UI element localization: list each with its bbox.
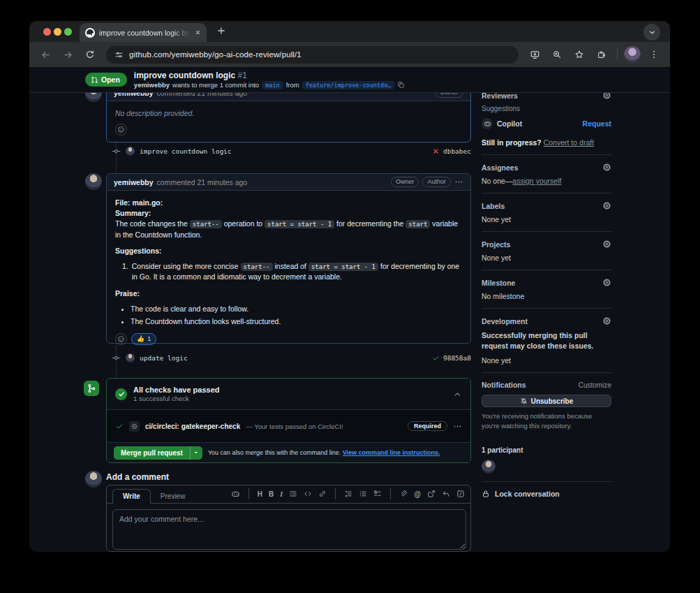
gear-icon[interactable] bbox=[602, 163, 611, 172]
request-review-link[interactable]: Request bbox=[583, 119, 611, 128]
gear-icon[interactable] bbox=[602, 240, 611, 249]
check-name[interactable]: ci/circleci: gatekeeper-check bbox=[145, 423, 240, 430]
task-list-icon[interactable] bbox=[373, 490, 382, 498]
bookmark-star-icon[interactable] bbox=[570, 45, 588, 64]
tab-search-button[interactable] bbox=[643, 24, 660, 41]
browser-profile-avatar[interactable] bbox=[624, 46, 641, 63]
bold-icon[interactable]: B bbox=[269, 490, 274, 498]
lock-conversation-button[interactable]: Lock conversation bbox=[482, 490, 611, 498]
tab-close-icon[interactable] bbox=[195, 29, 201, 36]
summary-text: The code changes the start-- operation t… bbox=[115, 219, 462, 240]
pr-state-badge: Open bbox=[85, 73, 127, 87]
avatar[interactable] bbox=[126, 353, 135, 363]
browser-menu-icon[interactable] bbox=[645, 45, 663, 64]
avatar[interactable] bbox=[126, 147, 135, 156]
forward-button[interactable] bbox=[59, 45, 77, 64]
minimize-window-button[interactable] bbox=[54, 28, 61, 36]
gear-icon[interactable] bbox=[602, 316, 611, 325]
assignees-label: Assignees bbox=[482, 163, 519, 172]
participants-label: 1 participant bbox=[482, 446, 611, 454]
customize-link[interactable]: Customize bbox=[579, 381, 611, 389]
base-branch-label[interactable]: main bbox=[262, 81, 283, 89]
review-comment: yemiwebby commented 21 minutes ago Owner… bbox=[106, 173, 471, 344]
checks-summary[interactable]: All checks have passed 1 successful chec… bbox=[107, 379, 470, 409]
site-info-icon[interactable] bbox=[114, 50, 124, 59]
tab-preview[interactable]: Preview bbox=[151, 490, 195, 503]
check-failed-icon[interactable] bbox=[432, 147, 440, 155]
comment-input[interactable] bbox=[112, 509, 466, 550]
avatar[interactable] bbox=[85, 471, 102, 488]
copilot-icon bbox=[482, 118, 493, 129]
development-label: Development bbox=[482, 317, 528, 325]
add-reaction-button[interactable] bbox=[115, 124, 127, 136]
toolbar-divider bbox=[617, 49, 618, 60]
commit-icon bbox=[112, 147, 121, 156]
mention-icon[interactable]: @ bbox=[414, 490, 421, 498]
unordered-list-icon[interactable] bbox=[359, 490, 367, 498]
commit-sha[interactable]: 98858a8 bbox=[432, 354, 471, 362]
avatar[interactable] bbox=[85, 173, 102, 190]
comment-author[interactable]: yemiwebby bbox=[114, 178, 154, 186]
italic-icon[interactable]: I bbox=[280, 490, 283, 498]
ordered-list-icon[interactable] bbox=[344, 490, 352, 498]
cli-instructions-link[interactable]: View command line instructions. bbox=[343, 449, 440, 456]
merge-options-dropdown[interactable] bbox=[190, 446, 202, 460]
gear-icon[interactable] bbox=[602, 278, 611, 287]
check-menu-icon[interactable] bbox=[453, 422, 462, 431]
quote-icon[interactable] bbox=[289, 490, 297, 498]
merge-pull-request-button[interactable]: Merge pull request bbox=[114, 446, 190, 460]
link-icon[interactable] bbox=[318, 490, 327, 498]
commit-icon bbox=[112, 353, 121, 363]
sidebar-divider bbox=[482, 193, 611, 193]
code-icon[interactable] bbox=[304, 490, 312, 498]
merge-box: All checks have passed 1 successful chec… bbox=[106, 378, 471, 463]
owner-badge: Owner bbox=[391, 177, 419, 187]
thumbs-up-reaction[interactable]: 👍 1 bbox=[131, 333, 156, 345]
copilot-icon[interactable] bbox=[231, 490, 240, 499]
saved-replies-icon[interactable] bbox=[442, 490, 450, 498]
attachment-icon[interactable] bbox=[399, 490, 408, 498]
comment-menu-icon[interactable] bbox=[454, 177, 463, 187]
commit-row: improve countdown logic dbbabec bbox=[106, 145, 471, 156]
github-favicon bbox=[85, 28, 95, 38]
sidebar-divider bbox=[482, 270, 611, 270]
checks-title: All checks have passed bbox=[133, 386, 220, 394]
bell-slash-icon bbox=[520, 397, 528, 405]
suggestion-item: 1. Consider using the more concise start… bbox=[115, 261, 462, 282]
check-passed-icon[interactable] bbox=[432, 354, 440, 362]
comment-composer: Write Preview H B I bbox=[106, 485, 471, 552]
search-icon[interactable] bbox=[548, 45, 566, 64]
collapse-chevron-icon[interactable] bbox=[453, 390, 462, 399]
pr-merge-line: yemiwebby wants to merge 1 commit into m… bbox=[134, 81, 405, 89]
add-reaction-button[interactable] bbox=[115, 333, 127, 345]
assign-yourself-link[interactable]: assign yourself bbox=[512, 177, 561, 185]
tab-title: improve countdown logic by bbox=[99, 29, 191, 37]
browser-tab[interactable]: improve countdown logic by bbox=[80, 23, 207, 42]
unsubscribe-button[interactable]: Unsubscribe bbox=[482, 395, 611, 407]
circleci-logo bbox=[129, 421, 140, 432]
heading-icon[interactable]: H bbox=[258, 490, 262, 498]
author-badge: Author bbox=[422, 177, 451, 187]
address-bar[interactable]: github.com/yemiwebby/go-ai-code-review/p… bbox=[106, 46, 519, 64]
new-tab-button[interactable] bbox=[216, 26, 226, 36]
close-window-button[interactable] bbox=[43, 28, 51, 36]
install-icon[interactable] bbox=[526, 45, 544, 64]
convert-to-draft-link[interactable]: Convert to draft bbox=[544, 138, 594, 147]
cross-reference-icon[interactable] bbox=[427, 490, 435, 498]
tab-write[interactable]: Write bbox=[112, 489, 151, 504]
labels-label: Labels bbox=[482, 202, 505, 210]
check-passed-icon bbox=[115, 422, 124, 430]
participant-avatar[interactable] bbox=[482, 460, 496, 474]
slash-commands-icon[interactable] bbox=[456, 490, 465, 498]
commit-row: update logic 98858a8 bbox=[106, 352, 471, 363]
commit-message[interactable]: improve countdown logic bbox=[140, 147, 232, 155]
commit-sha[interactable]: dbbabec bbox=[432, 147, 471, 155]
reload-button[interactable] bbox=[81, 45, 99, 64]
head-branch-label[interactable]: feature/improve-countdo… bbox=[302, 81, 395, 89]
extensions-icon[interactable] bbox=[593, 45, 611, 64]
copy-branch-icon[interactable] bbox=[397, 81, 405, 89]
gear-icon[interactable] bbox=[602, 201, 611, 210]
back-button[interactable] bbox=[36, 45, 54, 64]
maximize-window-button[interactable] bbox=[64, 28, 72, 36]
commit-message[interactable]: update logic bbox=[140, 354, 188, 362]
